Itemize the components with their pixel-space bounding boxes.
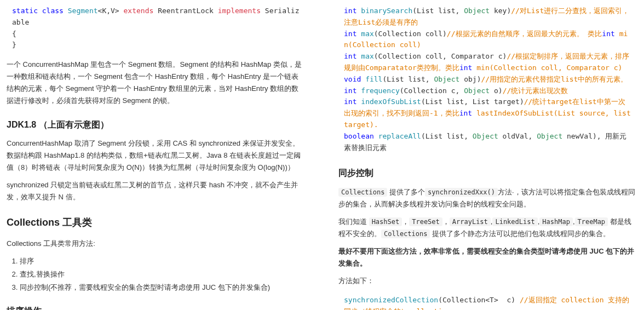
paragraph: synchronized 只锁定当前链表或红黑二叉树的首节点，这样只要 hash… xyxy=(7,179,306,203)
code-block-segment: static class Segment<K,V> extends Reentr… xyxy=(7,3,306,53)
list-item: 同步控制(不推荐，需要线程安全的集合类型时请考虑使用 JUC 包下的并发集合) xyxy=(20,282,306,294)
methods-list: 排序 查找,替换操作 同步控制(不推荐，需要线程安全的集合类型时请考虑使用 JU… xyxy=(20,255,306,294)
heading-sync: 同步控制 xyxy=(338,165,637,180)
inline-code: TreeMap xyxy=(575,217,608,226)
inline-code: Collections xyxy=(381,229,430,238)
inline-code: TreeSet xyxy=(409,217,442,226)
code-block-search: int binarySearch(List list, Object key)/… xyxy=(338,3,637,156)
heading-collections: Collections 工具类 xyxy=(7,214,306,231)
inline-code: synchronizedXxx() xyxy=(425,188,498,197)
heading-sort: 排序操作 xyxy=(7,303,306,310)
paragraph: Collections 工具类常用方法: xyxy=(7,238,306,250)
paragraph-bold: 最好不要用下面这些方法，效率非常低，需要线程安全的集合类型时请考虑使用 JUC … xyxy=(338,245,637,269)
list-item: 查找,替换操作 xyxy=(20,268,306,280)
right-column: int binarySearch(List list, Object key)/… xyxy=(322,0,644,310)
paragraph: Collections 提供了多个synchronizedXxx()方法·，该方… xyxy=(338,186,637,210)
list-item: 排序 xyxy=(20,255,306,267)
paragraph: 一个 ConcurrentHashMap 里包含一个 Segment 数组。Se… xyxy=(7,59,306,107)
inline-code: ArrayList xyxy=(450,217,491,226)
heading-jdk18: JDK1.8 （上面有示意图） xyxy=(7,117,306,132)
paragraph: ConcurrentHashMap 取消了 Segment 分段锁，采用 CAS… xyxy=(7,137,306,174)
paragraph: 我们知道 HashSet，TreeSet，ArrayList,LinkedLis… xyxy=(338,216,637,240)
paragraph: 方法如下： xyxy=(338,275,637,287)
inline-code: HashSet xyxy=(369,217,403,226)
code-block-sync: synchronizedCollection(Collection<T> c) … xyxy=(338,292,637,310)
inline-code: LinkedList xyxy=(492,217,537,226)
inline-code: HashMap xyxy=(539,217,573,226)
left-column: static class Segment<K,V> extends Reentr… xyxy=(0,0,322,310)
inline-code: Collections xyxy=(338,188,387,197)
